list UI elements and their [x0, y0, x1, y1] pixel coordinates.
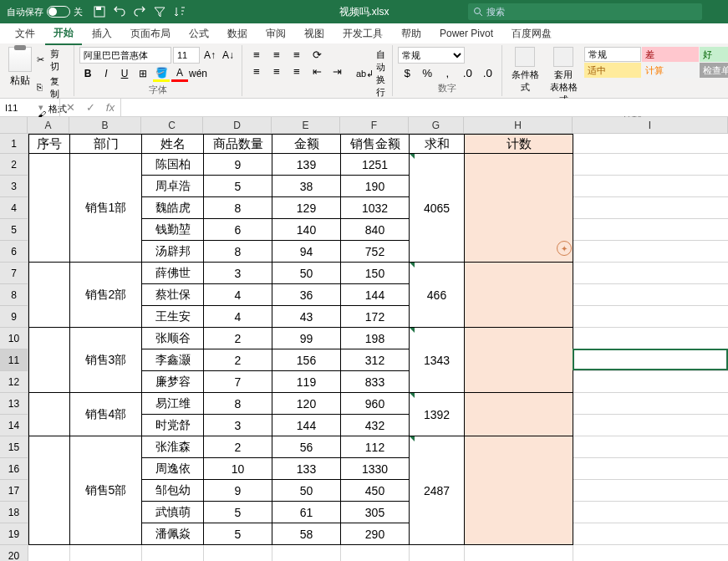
tab-公式[interactable]: 公式	[181, 23, 217, 44]
decrease-font-button[interactable]: A↓	[220, 47, 237, 64]
cell-amt[interactable]: 36	[272, 284, 341, 306]
orientation-button[interactable]: ⟳	[308, 47, 326, 62]
header-0[interactable]: 序号	[28, 134, 70, 154]
currency-button[interactable]: $	[398, 65, 416, 80]
cell-qty[interactable]: 3	[204, 263, 272, 284]
tab-开始[interactable]: 开始	[45, 23, 82, 45]
filter-icon[interactable]	[153, 5, 166, 18]
header-3[interactable]: 商品数量	[204, 134, 272, 154]
cell-serial[interactable]	[28, 393, 70, 436]
cell-dept[interactable]: 销售5部	[70, 436, 142, 545]
align-middle-button[interactable]: ≡	[267, 47, 286, 62]
header-7[interactable]: 计数	[465, 134, 573, 154]
row-header-8[interactable]: 8	[0, 284, 28, 306]
cell-sales[interactable]: 1251	[341, 154, 410, 176]
cell-empty[interactable]	[573, 502, 728, 523]
cell-name[interactable]: 武慎萌	[142, 502, 204, 523]
header-1[interactable]: 部门	[70, 134, 142, 154]
cell-name[interactable]: 李鑫灏	[142, 349, 204, 371]
cell-empty[interactable]	[341, 545, 410, 561]
cell-count[interactable]	[465, 393, 573, 436]
header-6[interactable]: 求和	[410, 134, 465, 154]
style-check[interactable]: 检查单元格	[700, 63, 728, 78]
col-header-E[interactable]: E	[272, 117, 340, 134]
cell-empty[interactable]	[573, 306, 728, 328]
tab-Power Pivot[interactable]: Power Pivot	[431, 24, 501, 43]
align-top-button[interactable]: ≡	[247, 47, 266, 62]
decrease-decimal-button[interactable]: .0	[478, 65, 496, 80]
cell-name[interactable]: 薛佛世	[142, 263, 204, 284]
row-header-19[interactable]: 19	[0, 523, 28, 545]
undo-icon[interactable]	[113, 5, 126, 18]
cell-amt[interactable]: 94	[272, 241, 341, 263]
row-header-3[interactable]: 3	[0, 176, 28, 197]
cell-empty[interactable]	[272, 545, 341, 561]
cell-empty[interactable]	[573, 436, 728, 458]
cell-qty[interactable]: 4	[204, 306, 272, 328]
col-header-I[interactable]: I	[573, 117, 728, 134]
style-calculation[interactable]: 计算	[642, 63, 699, 78]
cell-qty[interactable]: 2	[204, 436, 272, 458]
cell-dept[interactable]: 销售3部	[70, 328, 142, 393]
col-header-C[interactable]: C	[141, 117, 203, 134]
tab-开发工具[interactable]: 开发工具	[334, 23, 391, 44]
header-5[interactable]: 销售金额	[341, 134, 410, 154]
cell-count[interactable]	[465, 436, 573, 545]
cell-amt[interactable]: 156	[272, 349, 341, 371]
cell-empty[interactable]	[573, 458, 728, 480]
formula-input[interactable]	[121, 99, 728, 116]
cell-sales[interactable]: 150	[341, 263, 410, 284]
cell-sales[interactable]: 960	[341, 393, 410, 415]
cell-qty[interactable]: 8	[204, 241, 272, 263]
cell-amt[interactable]: 58	[272, 523, 341, 545]
cell-name[interactable]: 潘佩焱	[142, 523, 204, 545]
cell-empty[interactable]	[410, 545, 465, 561]
cell-dept[interactable]: 销售2部	[70, 263, 142, 328]
cell-amt[interactable]: 99	[272, 328, 341, 349]
cell-empty[interactable]	[573, 263, 728, 284]
cell-sum[interactable]: 466	[410, 263, 465, 328]
cell-styles-gallery[interactable]: 常规 差 好 适中 计算 检查单元格	[584, 47, 728, 78]
cell-name[interactable]: 王生安	[142, 306, 204, 328]
row-header-20[interactable]: 20	[0, 545, 28, 561]
cell-empty[interactable]	[573, 480, 728, 502]
row-header-6[interactable]: 6	[0, 241, 28, 263]
cell-sales[interactable]: 190	[341, 176, 410, 197]
style-good[interactable]: 好	[700, 47, 728, 62]
cell-empty[interactable]	[142, 545, 204, 561]
comma-button[interactable]: ,	[438, 65, 456, 80]
cell-qty[interactable]: 5	[204, 523, 272, 545]
cell-empty[interactable]	[70, 545, 142, 561]
cell-empty[interactable]	[573, 284, 728, 306]
style-bad[interactable]: 差	[642, 47, 699, 62]
cell-empty[interactable]	[573, 197, 728, 219]
cell-serial[interactable]	[28, 263, 70, 328]
cut-button[interactable]: ✂剪切	[35, 47, 69, 74]
spreadsheet-grid[interactable]: ABCDEFGHI 123456789101112131415161718192…	[0, 117, 728, 561]
name-box-input[interactable]	[5, 103, 38, 113]
cell-empty[interactable]	[573, 545, 728, 561]
cell-name[interactable]: 魏皓虎	[142, 197, 204, 219]
row-header-1[interactable]: 1	[0, 134, 28, 154]
bold-button[interactable]: B	[79, 65, 96, 82]
cell-qty[interactable]: 4	[204, 284, 272, 306]
cell-name[interactable]: 蔡壮保	[142, 284, 204, 306]
tab-数据[interactable]: 数据	[219, 23, 256, 44]
style-normal[interactable]: 常规	[584, 47, 641, 62]
col-header-F[interactable]: F	[340, 117, 409, 134]
row-header-12[interactable]: 12	[0, 371, 28, 393]
cell-amt[interactable]: 129	[272, 197, 341, 219]
number-format-select[interactable]: 常规	[398, 47, 465, 64]
wrap-text-button[interactable]: ab↲自动换行	[354, 47, 387, 100]
cell-sales[interactable]: 432	[341, 415, 410, 436]
cell-empty[interactable]	[573, 523, 728, 545]
table-format-button[interactable]: 套用 表格格式	[546, 47, 581, 106]
cell-empty[interactable]	[28, 545, 70, 561]
col-header-B[interactable]: B	[69, 117, 141, 134]
cell-amt[interactable]: 133	[272, 458, 341, 480]
row-header-17[interactable]: 17	[0, 480, 28, 502]
cell-amt[interactable]: 50	[272, 480, 341, 502]
cell-count[interactable]	[465, 154, 573, 263]
cell-sales[interactable]: 198	[341, 328, 410, 349]
border-button[interactable]: ⊞	[135, 65, 151, 82]
